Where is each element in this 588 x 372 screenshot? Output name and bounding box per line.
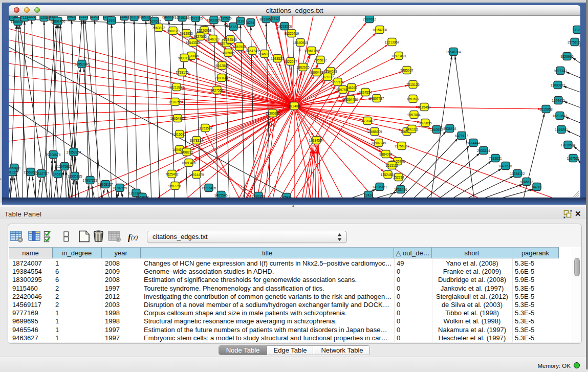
svg-text:9227343: 9227343 (554, 69, 567, 73)
svg-text:12935135: 12935135 (68, 174, 82, 178)
svg-text:4312: 4312 (272, 17, 279, 20)
svg-text:10671355: 10671355 (188, 16, 203, 20)
svg-text:1916682: 1916682 (173, 133, 186, 136)
svg-text:8146323: 8146323 (206, 37, 220, 41)
svg-text:7485007: 7485007 (400, 69, 413, 72)
svg-text:8471676: 8471676 (499, 164, 512, 168)
svg-text:16782759: 16782759 (113, 186, 127, 190)
svg-text:7515526: 7515526 (219, 16, 232, 20)
svg-text:9890111: 9890111 (178, 56, 191, 60)
svg-text:9329966: 9329966 (560, 55, 574, 58)
svg-text:11121: 11121 (573, 28, 580, 32)
svg-text:9242848: 9242848 (215, 64, 229, 68)
svg-text:11353594: 11353594 (198, 126, 213, 130)
svg-text:7955812: 7955812 (314, 58, 327, 62)
svg-text:9146821: 9146821 (258, 52, 271, 56)
svg-text:11567: 11567 (120, 16, 129, 18)
svg-text:17359924: 17359924 (67, 150, 81, 154)
svg-text:12975867: 12975867 (57, 165, 72, 168)
svg-text:8251: 8251 (247, 21, 255, 25)
svg-text:3660123: 3660123 (166, 29, 180, 33)
svg-text:2284546: 2284546 (224, 38, 237, 41)
svg-text:16093489: 16093489 (182, 161, 197, 165)
svg-text:10973493: 10973493 (391, 54, 406, 58)
svg-text:8678334: 8678334 (190, 139, 203, 142)
svg-text:(x): (x) (131, 234, 138, 241)
svg-text:7625402: 7625402 (165, 172, 179, 176)
svg-text:20319: 20319 (129, 16, 139, 19)
svg-text:11325419: 11325419 (285, 32, 299, 35)
svg-text:3911317: 3911317 (9, 170, 19, 174)
svg-text:9777169: 9777169 (331, 80, 344, 84)
svg-text:1653627: 1653627 (406, 97, 420, 101)
svg-text:1733426: 1733426 (394, 188, 407, 191)
svg-text:2610755: 2610755 (168, 100, 182, 104)
svg-text:1205: 1205 (40, 16, 48, 19)
svg-text:10958157: 10958157 (98, 183, 113, 186)
svg-text:10543362: 10543362 (186, 41, 201, 45)
svg-text:1145197: 1145197 (52, 172, 64, 176)
svg-text:1621072: 1621072 (321, 75, 334, 79)
svg-text:1615112: 1615112 (386, 164, 399, 167)
svg-text:9115460: 9115460 (418, 105, 431, 109)
svg-text:1498222: 1498222 (180, 150, 193, 154)
svg-text:252214: 252214 (393, 176, 404, 179)
svg-text:20206576: 20206576 (46, 153, 61, 157)
svg-text:9884067: 9884067 (379, 152, 393, 156)
svg-text:6794028: 6794028 (324, 70, 337, 73)
svg-text:9957884: 9957884 (407, 113, 421, 117)
svg-text:6466160: 6466160 (162, 16, 176, 19)
svg-text:15716485: 15716485 (202, 186, 216, 190)
svg-text:18724007: 18724007 (287, 104, 302, 108)
svg-text:20953346: 20953346 (75, 62, 90, 66)
svg-text:8990448: 8990448 (310, 71, 323, 74)
svg-text:9657791: 9657791 (168, 184, 182, 188)
svg-text:10314: 10314 (79, 16, 88, 18)
svg-text:7663822: 7663822 (152, 26, 165, 30)
svg-text:1569291: 1569291 (555, 128, 568, 132)
svg-text:10654122: 10654122 (510, 172, 525, 176)
svg-text:20891406: 20891406 (51, 19, 66, 23)
svg-text:12213967: 12213967 (385, 40, 400, 44)
svg-text:16648784: 16648784 (446, 50, 461, 54)
svg-text:8427552: 8427552 (210, 89, 224, 92)
svg-text:1640952: 1640952 (430, 128, 443, 132)
svg-text:6479137: 6479137 (455, 134, 468, 138)
svg-text:2933114: 2933114 (477, 149, 490, 152)
svg-text:10688609: 10688609 (367, 130, 382, 134)
svg-text:3824554: 3824554 (359, 91, 372, 94)
svg-text:19218506: 19218506 (277, 25, 292, 28)
svg-text:9827505: 9827505 (193, 35, 207, 38)
svg-text:1588520: 1588520 (271, 57, 284, 60)
svg-text:1167534: 1167534 (567, 157, 580, 160)
svg-text:19756921: 19756921 (395, 144, 409, 148)
svg-text:2718176: 2718176 (176, 71, 189, 74)
svg-text:15720407: 15720407 (360, 119, 375, 123)
svg-text:19384554: 19384554 (309, 139, 324, 142)
svg-text:1492321: 1492321 (405, 127, 419, 131)
svg-text:14914479: 14914479 (189, 173, 204, 177)
svg-text:9119: 9119 (237, 19, 244, 23)
svg-text:14136161: 14136161 (373, 185, 387, 189)
svg-text:1244415: 1244415 (552, 99, 565, 102)
svg-text:9699695: 9699695 (419, 121, 432, 125)
svg-text:1362615: 1362615 (296, 65, 310, 69)
svg-text:18640910: 18640910 (293, 41, 308, 45)
svg-text:9962: 9962 (68, 16, 76, 18)
svg-text:12093873: 12093873 (551, 83, 565, 87)
svg-text:9245612: 9245612 (520, 180, 533, 184)
svg-text:10719185: 10719185 (175, 16, 190, 19)
svg-text:20364436: 20364436 (343, 98, 358, 101)
svg-text:3875685: 3875685 (222, 51, 235, 55)
svg-text:8454749: 8454749 (246, 49, 259, 53)
svg-text:17957223: 17957223 (83, 179, 98, 182)
svg-text:9474444: 9474444 (467, 141, 480, 145)
svg-text:11503: 11503 (90, 16, 99, 18)
svg-text:18907249: 18907249 (372, 141, 386, 145)
svg-text:2803144: 2803144 (215, 76, 228, 80)
svg-text:2867608: 2867608 (233, 45, 246, 49)
svg-text:9465546: 9465546 (214, 193, 228, 197)
svg-text:2087682: 2087682 (363, 17, 376, 21)
svg-text:7357224: 7357224 (227, 25, 240, 29)
svg-text:3351: 3351 (28, 16, 36, 18)
